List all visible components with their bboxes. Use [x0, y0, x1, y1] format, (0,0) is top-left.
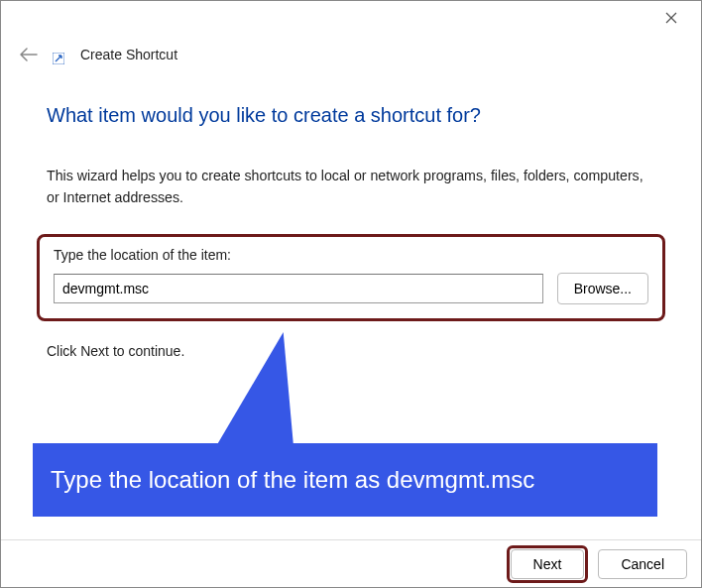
location-label: Type the location of the item: — [54, 247, 648, 263]
annotation-box: Type the location of the item as devmgmt… — [33, 443, 657, 517]
location-row: Browse... — [54, 273, 648, 304]
back-arrow-icon — [20, 48, 38, 61]
page-heading: What item would you like to create a sho… — [47, 104, 655, 127]
back-button[interactable] — [19, 45, 39, 64]
close-icon — [665, 12, 677, 24]
browse-button[interactable]: Browse... — [557, 273, 648, 304]
title-bar — [1, 1, 701, 35]
shortcut-icon — [53, 51, 66, 64]
next-button[interactable]: Next — [511, 549, 585, 579]
wizard-title: Create Shortcut — [80, 47, 177, 62]
annotation-text: Type the location of the item as devmgmt… — [51, 466, 534, 494]
wizard-footer: Next Cancel — [1, 539, 701, 587]
continue-hint: Click Next to continue. — [47, 343, 655, 359]
next-highlight: Next — [507, 545, 589, 583]
location-highlight: Type the location of the item: Browse... — [37, 234, 665, 321]
close-button[interactable] — [655, 4, 687, 32]
cancel-button[interactable]: Cancel — [598, 549, 687, 579]
wizard-header: Create Shortcut — [1, 35, 701, 64]
location-input[interactable] — [54, 274, 543, 303]
wizard-content: What item would you like to create a sho… — [1, 64, 701, 359]
description-text: This wizard helps you to create shortcut… — [47, 165, 655, 208]
